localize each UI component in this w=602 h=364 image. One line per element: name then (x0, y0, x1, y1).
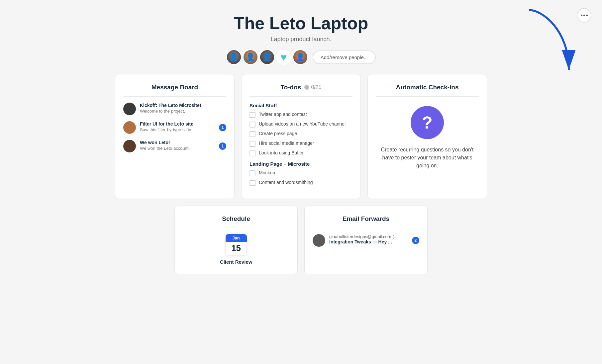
email-from: ginahollisterdesigns@gmail.com (... (329, 234, 397, 239)
todo-label: Look into using Buffer (259, 150, 304, 155)
todo-item[interactable]: Hire social media manager (250, 140, 352, 147)
checkins-title: Automatic Check-ins (376, 84, 479, 97)
message-board-title: Message Board (123, 84, 226, 97)
todo-item[interactable]: Content and wordsmithing (250, 180, 352, 186)
todo-label: Upload videos on a new YouTube channel (259, 121, 346, 127)
message-title: Kickoff: The Leto Microsite! (140, 103, 201, 108)
calendar-month: Jan (226, 234, 247, 242)
page-title: The Leto Laptop (115, 13, 487, 33)
todo-label: Content and wordsmithing (259, 180, 313, 185)
avatar[interactable]: 👤 (226, 49, 242, 65)
calendar-day: 15 (226, 242, 247, 255)
checkins-body: ? Create recurring questions so you don'… (376, 103, 479, 170)
heart-icon: ♥ (280, 51, 287, 63)
avatar (313, 234, 325, 247)
todo-checkbox[interactable] (250, 112, 255, 118)
todos-title: To-dos (280, 84, 301, 91)
message-item[interactable]: Kickoff: The Leto Microsite! Welcome to … (123, 103, 226, 115)
todo-item[interactable]: Twitter app and contest (250, 112, 352, 118)
schedule-card: Schedule Jan 15 Client Review (174, 206, 298, 274)
message-item[interactable]: We won Leto! We won the Leto account! 1 (123, 140, 226, 152)
todo-checkbox[interactable] (250, 141, 255, 147)
avatar-heart: ♥ (276, 49, 291, 65)
page-header: The Leto Laptop Laptop product launch. 👤… (115, 13, 487, 74)
avatar (123, 103, 136, 115)
todos-card: To-dos 0/25 Social Stuff Twitter app and… (241, 74, 361, 199)
todo-item[interactable]: Upload videos on a new YouTube channel (250, 121, 352, 128)
schedule-event-title: Client Review (220, 259, 252, 265)
todo-checkbox[interactable] (250, 150, 255, 156)
email-forwards-title: Email Forwards (313, 215, 419, 228)
question-circle-icon: ? (411, 106, 444, 139)
dots-icon (581, 15, 588, 16)
calendar-icon: Jan 15 (226, 234, 247, 255)
checkins-description: Create recurring questions so you don't … (376, 146, 479, 170)
checkins-card: Automatic Check-ins ? Create recurring q… (367, 74, 487, 199)
todo-section: Landing Page + Microsite Mockup Content … (250, 161, 352, 186)
email-forwards-card: Email Forwards ginahollisterdesigns@gmai… (304, 206, 428, 274)
bottom-grid: Schedule Jan 15 Client Review Email Forw… (174, 206, 428, 274)
email-item[interactable]: ginahollisterdesigns@gmail.com (... Inte… (313, 234, 419, 247)
avatar (123, 121, 136, 134)
message-board-card: Message Board Kickoff: The Leto Microsit… (115, 74, 235, 199)
schedule-body: Jan 15 Client Review (183, 234, 289, 265)
todo-label: Mockup (259, 170, 275, 175)
avatar (123, 140, 136, 152)
todo-item[interactable]: Look into using Buffer (250, 150, 352, 156)
message-preview: We won the Leto account! (140, 146, 190, 151)
todo-checkbox[interactable] (250, 170, 255, 176)
notification-badge: 1 (219, 124, 226, 131)
todos-header: To-dos 0/25 (250, 84, 352, 97)
message-preview: Welcome to the project, (140, 109, 201, 114)
message-item[interactable]: Filter UI for the Leto site Saw this fil… (123, 121, 226, 134)
todo-item[interactable]: Create press page (250, 131, 352, 137)
todo-section-title: Landing Page + Microsite (250, 161, 352, 167)
message-title: Filter UI for the Leto site (140, 121, 193, 127)
main-grid: Message Board Kickoff: The Leto Microsit… (115, 74, 487, 199)
notification-badge: 1 (219, 142, 226, 150)
todo-checkbox[interactable] (250, 131, 255, 137)
add-remove-people-button[interactable]: Add/remove people... (313, 50, 376, 64)
notification-badge: 2 (412, 237, 419, 244)
arrow-decoration (522, 3, 575, 76)
people-row: 👤 👤 👤 ♥ 👤 Add/remove people... (115, 49, 487, 65)
schedule-title: Schedule (183, 215, 289, 228)
avatar[interactable]: 👤 (293, 49, 308, 65)
todo-checkbox[interactable] (250, 180, 255, 186)
todo-section-title: Social Stuff (250, 103, 352, 108)
todo-section: Social Stuff Twitter app and contest Upl… (250, 103, 352, 156)
todo-label: Twitter app and contest (259, 112, 307, 117)
more-options-button[interactable] (577, 8, 591, 23)
message-title: We won Leto! (140, 140, 190, 145)
todo-label: Hire social media manager (259, 140, 314, 146)
avatar[interactable]: 👤 (243, 49, 258, 65)
todo-item[interactable]: Mockup (250, 170, 352, 176)
todo-count: 0/25 (311, 84, 321, 90)
email-subject-bold: Integration Tweaks (329, 239, 371, 244)
todo-label: Create press page (259, 131, 297, 136)
page-subtitle: Laptop product launch. (115, 36, 487, 43)
email-subject: Integration Tweaks — Hey ... (329, 239, 397, 244)
todo-progress-dot (304, 85, 309, 90)
todo-checkbox[interactable] (250, 122, 255, 128)
email-subject-rest: — Hey ... (371, 239, 392, 244)
message-preview: Saw this filter-by-type UI in (140, 127, 193, 132)
avatar[interactable]: 👤 (259, 49, 275, 65)
